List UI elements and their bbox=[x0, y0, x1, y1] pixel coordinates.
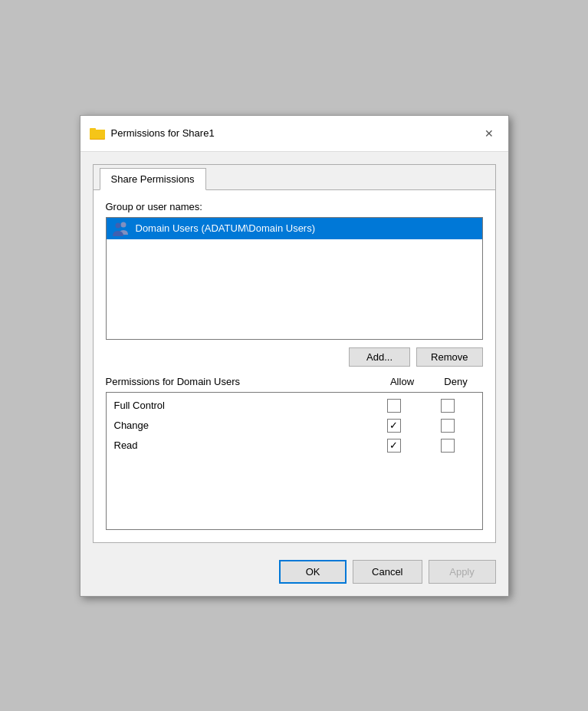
perm-deny-change bbox=[421, 419, 475, 433]
title-bar: Permissions for Share1 ✕ bbox=[80, 116, 508, 152]
close-button[interactable]: ✕ bbox=[479, 123, 499, 143]
checkbox-full-control-deny[interactable] bbox=[441, 399, 455, 413]
checkbox-read-deny[interactable] bbox=[441, 439, 455, 453]
user-list[interactable]: Domain Users (ADATUM\Domain Users) bbox=[106, 217, 483, 340]
permissions-allow-header: Allow bbox=[376, 376, 429, 387]
checkbox-change-deny[interactable] bbox=[441, 419, 455, 433]
permissions-table: Full Control Change bbox=[106, 392, 483, 530]
apply-button: Apply bbox=[429, 560, 496, 584]
perm-allow-full-control bbox=[367, 399, 421, 413]
checkbox-change-allow[interactable] bbox=[387, 419, 401, 433]
permissions-header: Permissions for Domain Users Allow Deny bbox=[106, 376, 483, 387]
permissions-dialog: Permissions for Share1 ✕ Share Permissio… bbox=[80, 115, 509, 597]
tab-container: Share Permissions Group or user names: bbox=[93, 164, 496, 543]
perm-row-change: Change bbox=[114, 419, 475, 433]
perm-allow-change bbox=[367, 419, 421, 433]
dialog-title: Permissions for Share1 bbox=[111, 127, 215, 139]
perm-deny-full-control bbox=[421, 399, 475, 413]
svg-point-3 bbox=[120, 222, 126, 227]
folder-icon bbox=[90, 126, 105, 141]
perm-allow-read bbox=[367, 439, 421, 453]
remove-button[interactable]: Remove bbox=[416, 347, 482, 367]
checkbox-full-control-allow[interactable] bbox=[387, 399, 401, 413]
permissions-section-label: Permissions for Domain Users bbox=[106, 376, 376, 387]
tab-content: Group or user names: Domain Users (ADAT bbox=[94, 190, 495, 542]
cancel-button[interactable]: Cancel bbox=[353, 560, 422, 584]
user-item[interactable]: Domain Users (ADATUM\Domain Users) bbox=[107, 218, 482, 239]
ok-button[interactable]: OK bbox=[279, 560, 347, 584]
users-group-icon bbox=[111, 221, 130, 236]
tab-share-permissions[interactable]: Share Permissions bbox=[100, 168, 206, 190]
checkbox-read-allow[interactable] bbox=[387, 439, 401, 453]
dialog-footer: OK Cancel Apply bbox=[80, 552, 508, 596]
dialog-body: Share Permissions Group or user names: bbox=[80, 152, 508, 552]
perm-row-read: Read bbox=[114, 439, 475, 453]
perm-name-change: Change bbox=[114, 420, 367, 431]
title-bar-left: Permissions for Share1 bbox=[90, 126, 215, 141]
tab-header: Share Permissions bbox=[94, 165, 495, 190]
perm-row-full-control: Full Control bbox=[114, 399, 475, 413]
add-button[interactable]: Add... bbox=[349, 347, 410, 367]
perm-name-read: Read bbox=[114, 439, 367, 451]
svg-rect-2 bbox=[90, 130, 105, 139]
svg-point-4 bbox=[115, 222, 120, 228]
perm-deny-read bbox=[421, 439, 475, 453]
perm-name-full-control: Full Control bbox=[114, 400, 367, 411]
add-remove-row: Add... Remove bbox=[106, 347, 483, 367]
users-section-label: Group or user names: bbox=[106, 201, 483, 212]
permissions-deny-header: Deny bbox=[429, 376, 483, 387]
user-item-label: Domain Users (ADATUM\Domain Users) bbox=[136, 222, 316, 234]
